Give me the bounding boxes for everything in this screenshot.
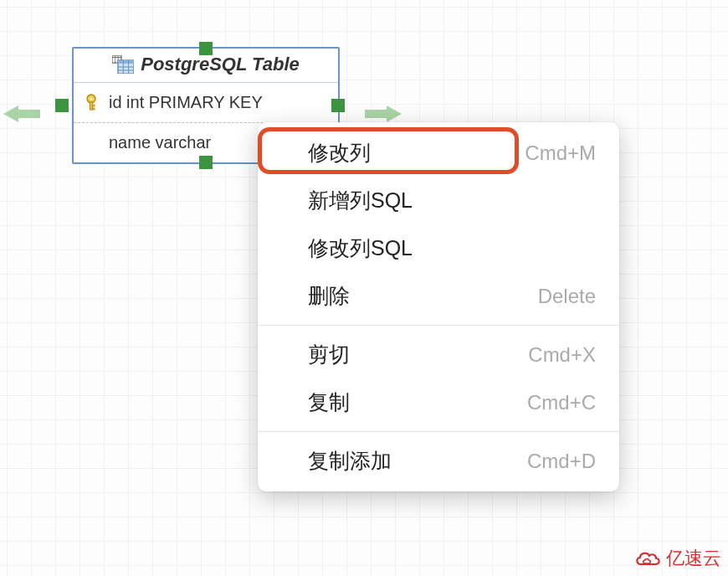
menu-item-modify-column-sql[interactable]: 修改列SQL: [258, 224, 619, 272]
cloud-icon: [634, 549, 661, 568]
watermark-text: 亿速云: [666, 546, 721, 571]
menu-shortcut: Cmd+C: [527, 391, 596, 414]
entity-title: PostgreSQL Table: [141, 54, 300, 75]
menu-label: 修改列SQL: [308, 234, 413, 262]
svg-marker-0: [3, 105, 40, 122]
menu-item-copy[interactable]: 复制 Cmd+C: [258, 378, 619, 426]
menu-item-add-column-sql[interactable]: 新增列SQL: [258, 177, 619, 224]
arrow-left-icon: [3, 104, 40, 124]
menu-item-cut[interactable]: 剪切 Cmd+X: [258, 331, 619, 378]
resize-handle-top[interactable]: [199, 42, 213, 55]
svg-marker-16: [365, 105, 402, 122]
table-icon: [112, 55, 134, 74]
menu-label: 删除: [308, 282, 350, 310]
menu-label: 修改列: [308, 139, 371, 167]
arrow-right-icon: [365, 104, 402, 124]
resize-handle-left[interactable]: [55, 99, 69, 112]
menu-separator: [258, 325, 619, 326]
svg-rect-6: [118, 60, 134, 64]
key-icon: [85, 94, 100, 112]
menu-label: 新增列SQL: [308, 187, 413, 214]
menu-label: 复制: [308, 388, 350, 416]
menu-shortcut: Cmd+D: [527, 450, 596, 473]
menu-label: 剪切: [308, 341, 350, 368]
menu-item-delete[interactable]: 删除 Delete: [258, 272, 619, 320]
menu-shortcut: Cmd+X: [528, 343, 596, 367]
table-row[interactable]: id int PRIMARY KEY: [74, 83, 338, 123]
column-label: id int PRIMARY KEY: [109, 93, 326, 112]
menu-separator: [258, 431, 619, 432]
resize-handle-bottom[interactable]: [199, 156, 213, 169]
resize-handle-right[interactable]: [331, 99, 345, 112]
menu-label: 复制添加: [308, 447, 392, 475]
menu-item-copy-add[interactable]: 复制添加 Cmd+D: [258, 437, 619, 485]
svg-point-12: [90, 97, 92, 100]
context-menu: 修改列 Cmd+M 新增列SQL 修改列SQL 删除 Delete 剪切 Cmd…: [258, 122, 619, 491]
menu-shortcut: Delete: [538, 285, 596, 308]
watermark: 亿速云: [634, 546, 721, 571]
svg-rect-15: [92, 108, 95, 110]
menu-item-modify-column[interactable]: 修改列 Cmd+M: [258, 129, 619, 177]
menu-shortcut: Cmd+M: [525, 141, 596, 165]
svg-rect-14: [92, 105, 95, 106]
